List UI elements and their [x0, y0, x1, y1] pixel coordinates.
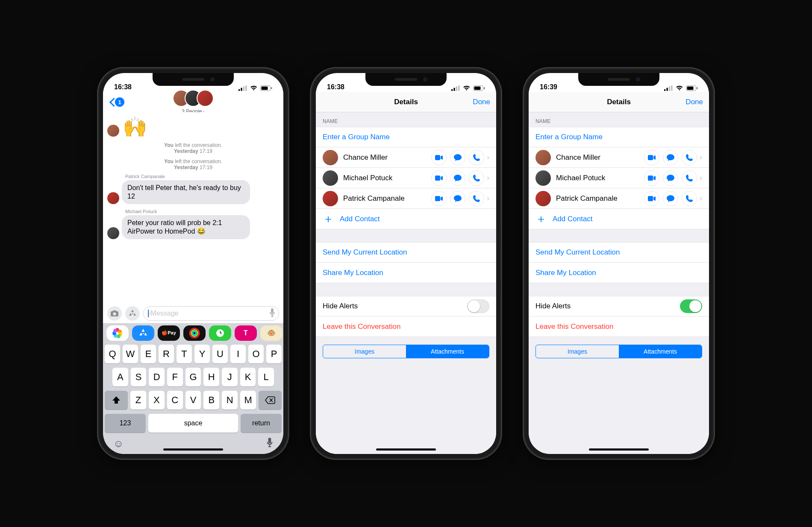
- share-my-location-button[interactable]: Share My Location: [316, 263, 496, 283]
- app-animoji[interactable]: 🐵: [260, 325, 282, 341]
- svg-rect-18: [435, 155, 440, 160]
- key-c[interactable]: C: [167, 391, 183, 410]
- group-name-field[interactable]: Enter a Group Name: [316, 127, 496, 147]
- app-clock[interactable]: [209, 325, 231, 341]
- call-button[interactable]: [682, 170, 697, 186]
- call-button[interactable]: [682, 150, 697, 165]
- key-g[interactable]: G: [185, 368, 201, 386]
- contact-row[interactable]: Michael Potuck ›: [529, 168, 709, 188]
- key-k[interactable]: K: [240, 368, 256, 386]
- done-button[interactable]: Done: [473, 98, 490, 106]
- key-r[interactable]: R: [159, 345, 174, 363]
- leave-conversation-button[interactable]: Leave this Conversation: [316, 316, 496, 337]
- contact-row[interactable]: Patrick Campanale ›: [316, 188, 496, 209]
- key-l[interactable]: L: [258, 368, 274, 386]
- key-t[interactable]: T: [177, 345, 192, 363]
- contact-row[interactable]: Michael Potuck ›: [316, 168, 496, 188]
- dictation-icon[interactable]: [269, 308, 275, 319]
- facetime-video-button[interactable]: [431, 191, 447, 206]
- message-button[interactable]: [450, 191, 465, 206]
- back-button[interactable]: 1: [109, 97, 136, 107]
- add-contact-button[interactable]: ＋ Add Contact: [316, 209, 496, 229]
- facetime-video-button[interactable]: [431, 150, 447, 165]
- key-u[interactable]: U: [212, 345, 228, 363]
- key-n[interactable]: N: [222, 391, 238, 410]
- home-indicator[interactable]: [376, 448, 436, 451]
- facetime-video-button[interactable]: [644, 191, 659, 206]
- shift-key[interactable]: [105, 391, 128, 410]
- hide-alerts-toggle[interactable]: [680, 299, 702, 313]
- details-body[interactable]: NAME Enter a Group Name Chance Miller › …: [529, 112, 709, 454]
- message-button[interactable]: [450, 150, 465, 165]
- key-m[interactable]: M: [240, 391, 256, 410]
- backspace-key[interactable]: [259, 391, 282, 410]
- segment-attachments[interactable]: Attachments: [619, 345, 702, 358]
- add-contact-button[interactable]: ＋ Add Contact: [529, 209, 709, 229]
- call-button[interactable]: [682, 191, 697, 206]
- facetime-video-button[interactable]: [431, 170, 447, 186]
- send-current-location-button[interactable]: Send My Current Location: [529, 242, 709, 263]
- keyboard[interactable]: QWERTYUIOP ASDFGHJKL ZXCVBNM 123 space r…: [103, 342, 283, 454]
- app-tmobile[interactable]: T: [235, 325, 257, 341]
- imessage-app-strip[interactable]: 🍎Pay T 🐵: [103, 323, 283, 342]
- key-z[interactable]: Z: [130, 391, 146, 410]
- key-s[interactable]: S: [131, 368, 147, 386]
- return-key[interactable]: return: [241, 414, 282, 433]
- share-my-location-button[interactable]: Share My Location: [529, 263, 709, 283]
- key-p[interactable]: P: [266, 345, 282, 363]
- key-i[interactable]: I: [230, 345, 246, 363]
- key-x[interactable]: X: [149, 391, 165, 410]
- call-button[interactable]: [469, 150, 484, 165]
- home-indicator[interactable]: [589, 448, 649, 451]
- app-photos[interactable]: [106, 325, 129, 341]
- key-f[interactable]: F: [167, 368, 183, 386]
- app-activity[interactable]: [183, 325, 206, 341]
- contact-row[interactable]: Patrick Campanale ›: [529, 188, 709, 209]
- facetime-video-button[interactable]: [644, 170, 659, 186]
- key-d[interactable]: D: [149, 368, 165, 386]
- attachments-segmented-control[interactable]: Images Attachments: [535, 345, 702, 358]
- space-key[interactable]: space: [148, 414, 238, 433]
- call-button[interactable]: [469, 191, 484, 206]
- conversation-body[interactable]: 🙌 You left the conversation. Yesterday 1…: [103, 112, 283, 304]
- key-o[interactable]: O: [248, 345, 264, 363]
- message-button[interactable]: [663, 170, 678, 186]
- key-a[interactable]: A: [112, 368, 128, 386]
- key-v[interactable]: V: [185, 391, 201, 410]
- send-current-location-button[interactable]: Send My Current Location: [316, 242, 496, 263]
- home-indicator[interactable]: [163, 448, 223, 451]
- app-apple-pay[interactable]: 🍎Pay: [158, 325, 180, 341]
- facetime-video-button[interactable]: [644, 150, 659, 165]
- apps-button[interactable]: [125, 306, 140, 321]
- key-q[interactable]: Q: [105, 345, 120, 363]
- app-store[interactable]: [132, 325, 154, 341]
- details-body[interactable]: NAME Enter a Group Name Chance Miller › …: [316, 112, 496, 454]
- camera-button[interactable]: [107, 306, 122, 321]
- contact-row[interactable]: Chance Miller ›: [316, 147, 496, 168]
- message-button[interactable]: [450, 170, 465, 186]
- done-button[interactable]: Done: [685, 98, 703, 106]
- call-button[interactable]: [469, 170, 484, 186]
- group-name-field[interactable]: Enter a Group Name: [529, 127, 709, 147]
- segment-attachments[interactable]: Attachments: [406, 345, 489, 358]
- key-j[interactable]: J: [222, 368, 238, 386]
- contact-row[interactable]: Chance Miller ›: [529, 147, 709, 168]
- numbers-key[interactable]: 123: [105, 414, 146, 433]
- emoji-keyboard-button[interactable]: ☺: [113, 438, 124, 450]
- hide-alerts-toggle[interactable]: [467, 299, 489, 313]
- segment-images[interactable]: Images: [536, 345, 619, 358]
- message-button[interactable]: [663, 150, 678, 165]
- group-header-button[interactable]: 3 People›: [175, 90, 211, 115]
- key-b[interactable]: B: [203, 391, 219, 410]
- key-y[interactable]: Y: [194, 345, 210, 363]
- dictation-keyboard-button[interactable]: [266, 438, 273, 450]
- segment-images[interactable]: Images: [323, 345, 406, 358]
- key-h[interactable]: H: [203, 368, 219, 386]
- notch: [153, 73, 234, 86]
- key-e[interactable]: E: [141, 345, 156, 363]
- key-w[interactable]: W: [123, 345, 138, 363]
- message-input[interactable]: iMessage: [143, 306, 279, 321]
- leave-conversation-button[interactable]: Leave this Conversation: [529, 316, 709, 337]
- attachments-segmented-control[interactable]: Images Attachments: [323, 345, 489, 358]
- message-button[interactable]: [663, 191, 678, 206]
